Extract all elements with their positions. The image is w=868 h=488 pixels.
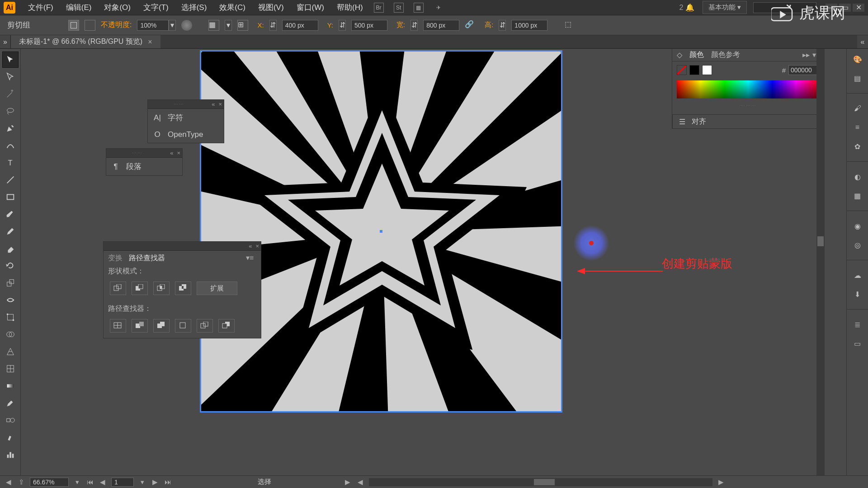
type-tool[interactable]: T xyxy=(2,155,19,171)
menu-view[interactable]: 视图(V) xyxy=(252,2,290,13)
opentype-tab[interactable]: OOpenType xyxy=(148,127,224,143)
selection-tool[interactable] xyxy=(2,52,19,68)
pathfinder-tab[interactable]: 路径查找器 xyxy=(129,253,165,263)
transform-icon[interactable]: ▦ xyxy=(208,20,219,31)
scrollbar-thumb[interactable] xyxy=(817,236,824,246)
color-panel[interactable]: ◇ 颜色 颜色参考 ▸▸▾≡ # 000000 ⋯⋯⋯ ☰ 对齐 xyxy=(672,49,825,129)
color-spectrum[interactable] xyxy=(677,80,820,99)
zoom-dropdown[interactable]: ▾ xyxy=(73,478,81,486)
transform-dropdown[interactable]: ▾ xyxy=(225,20,232,31)
divide-button[interactable] xyxy=(110,319,126,333)
expand-panels-left[interactable]: » xyxy=(0,35,11,48)
appearance-dock-icon[interactable]: ◉ xyxy=(851,219,864,233)
exclude-button[interactable] xyxy=(175,282,191,295)
hscroll-right-icon[interactable]: ▶ xyxy=(717,478,725,486)
stock-icon[interactable]: St xyxy=(394,3,404,13)
opacity-input[interactable]: 100% xyxy=(137,20,169,31)
search-input[interactable] xyxy=(753,2,816,13)
menu-object[interactable]: 对象(O) xyxy=(98,2,137,13)
expand-panels-right[interactable]: « xyxy=(857,35,868,48)
align-icon[interactable]: ⊞ xyxy=(237,20,248,31)
panel-collapse-icon[interactable]: « xyxy=(249,243,252,249)
close-tab-icon[interactable]: × xyxy=(148,38,152,46)
menu-type[interactable]: 文字(T) xyxy=(137,2,175,13)
align-panel[interactable]: ☰ 对齐 xyxy=(672,114,825,129)
opacity-dropdown[interactable]: ▾ xyxy=(169,20,176,31)
x-input[interactable]: 400 px xyxy=(282,20,318,31)
artboard-number-input[interactable]: 1 xyxy=(111,478,134,487)
w-input[interactable]: 800 px xyxy=(423,20,459,31)
character-panel[interactable]: ⋯⋯«× A|字符 OOpenType xyxy=(147,99,224,143)
next-artboard-icon[interactable]: ▶ xyxy=(151,478,159,486)
workspace-dropdown[interactable]: 基本功能 ▾ xyxy=(703,1,747,14)
menu-select[interactable]: 选择(S) xyxy=(175,2,213,13)
color-guide-tab[interactable]: 颜色参考 xyxy=(711,50,740,60)
scrollbar-thumb[interactable] xyxy=(534,479,555,485)
shape-builder-tool[interactable] xyxy=(2,326,19,343)
x-stepper[interactable]: ⇵ xyxy=(269,20,277,31)
rotate-tool[interactable] xyxy=(2,258,19,274)
panel-resize-handle[interactable]: ⋯⋯⋯ xyxy=(672,103,825,108)
pencil-tool[interactable] xyxy=(2,223,19,239)
paragraph-panel[interactable]: ⋯⋯«× ¶段落 xyxy=(106,148,183,176)
trim-button[interactable] xyxy=(132,319,148,333)
rectangle-tool[interactable] xyxy=(2,189,19,205)
line-tool[interactable] xyxy=(2,172,19,188)
window-close[interactable]: ✕ xyxy=(853,4,864,12)
symbols-dock-icon[interactable]: ✿ xyxy=(851,140,864,153)
export-icon[interactable]: ⇪ xyxy=(17,478,25,486)
panel-close-icon[interactable]: × xyxy=(255,243,259,249)
vertical-scrollbar[interactable] xyxy=(816,49,825,475)
selection-handle[interactable] xyxy=(200,51,202,52)
direct-selection-tool[interactable] xyxy=(2,69,19,85)
panel-close-icon[interactable]: × xyxy=(177,150,180,156)
minus-front-button[interactable] xyxy=(132,282,148,295)
mesh-tool[interactable] xyxy=(2,361,19,377)
left-scroll-icon[interactable]: ◀ xyxy=(5,478,13,486)
lasso-tool[interactable] xyxy=(2,103,19,119)
stroke-swatch[interactable] xyxy=(85,20,95,31)
panel-drag-handle[interactable]: ⋯⋯ xyxy=(150,102,208,107)
brushes-dock-icon[interactable]: 🖌 xyxy=(851,102,864,115)
artboards-dock-icon[interactable]: ▭ xyxy=(851,337,864,350)
menu-edit[interactable]: 编辑(E) xyxy=(60,2,98,13)
magic-wand-tool[interactable] xyxy=(2,86,19,102)
document-tab[interactable]: 未标题-1* @ 66.67% (RGB/GPU 预览) × xyxy=(11,35,160,48)
notification-count[interactable]: 2 🔔 xyxy=(679,3,694,12)
gpu-icon[interactable]: ✈ xyxy=(434,3,443,13)
minus-back-button[interactable] xyxy=(218,319,235,333)
canvas[interactable]: ⋯⋯«× A|字符 OOpenType ⋯⋯«× ¶段落 «× 变换 路径查找器… xyxy=(21,49,846,475)
eyedropper-tool[interactable] xyxy=(2,395,19,411)
arrange-docs-icon[interactable]: ▦ xyxy=(414,3,424,13)
none-swatch[interactable] xyxy=(677,65,687,75)
layers-dock-icon[interactable]: ≣ xyxy=(851,318,864,331)
bridge-icon[interactable]: Br xyxy=(374,3,384,13)
perspective-grid-tool[interactable] xyxy=(2,343,19,360)
color-tab[interactable]: 颜色 xyxy=(689,50,704,60)
window-minimize[interactable]: — xyxy=(826,4,837,12)
merge-button[interactable] xyxy=(153,319,170,333)
intersect-button[interactable] xyxy=(153,282,170,295)
panel-collapse-icon[interactable]: « xyxy=(170,150,173,156)
expand-button[interactable]: 扩展 xyxy=(197,282,237,295)
symbol-sprayer-tool[interactable] xyxy=(2,429,19,446)
link-wh-icon[interactable]: 🔗 xyxy=(465,20,476,31)
graphic-styles-dock-icon[interactable]: ◎ xyxy=(851,238,864,252)
w-stepper[interactable]: ⇵ xyxy=(410,20,418,31)
pathfinder-panel[interactable]: «× 变换 路径查找器 ▾≡ 形状模式： 扩展 路径查找器： xyxy=(103,241,261,338)
curvature-tool[interactable] xyxy=(2,137,19,154)
artboard-dropdown[interactable]: ▾ xyxy=(138,478,146,486)
menu-file[interactable]: 文件(F) xyxy=(22,2,60,13)
selection-handle[interactable] xyxy=(560,51,562,52)
prev-artboard-icon[interactable]: ◀ xyxy=(99,478,107,486)
panel-close-icon[interactable]: × xyxy=(218,101,222,108)
eraser-tool[interactable] xyxy=(2,240,19,257)
libraries-dock-icon[interactable]: ☁ xyxy=(851,268,864,282)
y-stepper[interactable]: ⇵ xyxy=(339,20,346,31)
status-menu-icon[interactable]: ▶ xyxy=(344,478,352,486)
unite-button[interactable] xyxy=(110,282,126,295)
menu-help[interactable]: 帮助(H) xyxy=(330,2,369,13)
panel-collapse-icon[interactable]: « xyxy=(212,101,215,108)
paintbrush-tool[interactable] xyxy=(2,206,19,222)
menu-window[interactable]: 窗口(W) xyxy=(290,2,330,13)
